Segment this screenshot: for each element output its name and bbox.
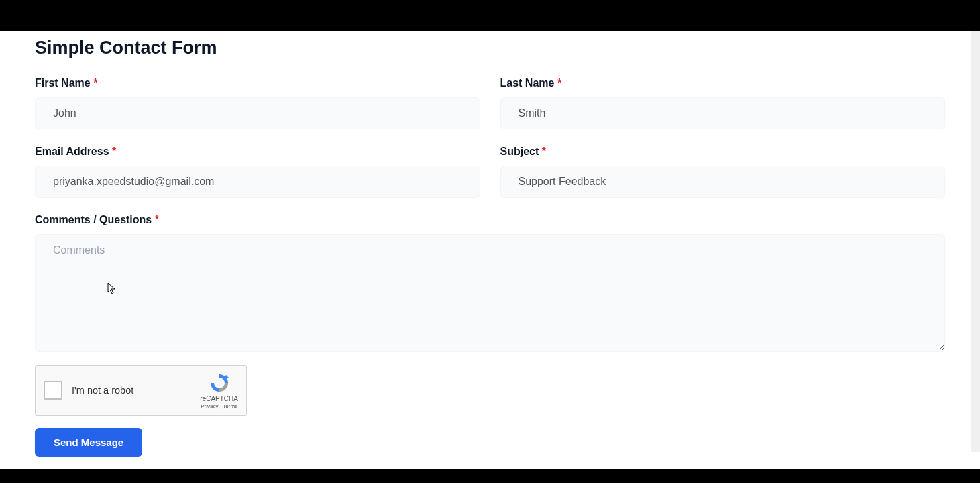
required-mark: *: [112, 146, 116, 157]
form-row-contact: Email Address * Subject *: [35, 146, 945, 198]
recaptcha-checkbox[interactable]: [44, 381, 62, 400]
first-name-input[interactable]: [35, 97, 480, 129]
email-label-text: Email Address: [35, 146, 109, 157]
first-name-label-text: First Name: [35, 77, 91, 89]
comments-label-text: Comments / Questions: [35, 214, 152, 225]
required-mark: *: [93, 77, 97, 89]
recaptcha-icon: [209, 372, 230, 394]
scrollbar[interactable]: [971, 31, 980, 452]
recaptcha-label: I'm not a robot: [72, 385, 200, 396]
send-message-button[interactable]: Send Message: [35, 428, 142, 457]
recaptcha-brand-name: reCAPTCHA: [200, 395, 238, 402]
last-name-input[interactable]: [500, 97, 946, 129]
last-name-label: Last Name *: [500, 77, 946, 89]
comments-group: Comments / Questions *: [35, 214, 945, 354]
recaptcha-terms-link[interactable]: Terms: [223, 403, 237, 409]
submit-row: Send Message: [35, 428, 945, 457]
recaptcha-widget: I'm not a robot reCAPTCHA Privacy - Term…: [35, 365, 247, 416]
page-title: Simple Contact Form: [35, 38, 945, 58]
comments-textarea[interactable]: [35, 234, 945, 352]
required-mark: *: [557, 77, 561, 89]
comments-label: Comments / Questions *: [35, 214, 945, 226]
subject-input[interactable]: [500, 166, 946, 198]
email-input[interactable]: [35, 166, 480, 198]
form-row-name: First Name * Last Name *: [35, 77, 945, 129]
first-name-group: First Name *: [35, 77, 480, 129]
recaptcha-privacy-link[interactable]: Privacy: [201, 403, 218, 409]
subject-label-text: Subject: [500, 146, 539, 157]
subject-label: Subject *: [500, 146, 946, 158]
recaptcha-legal-links: Privacy - Terms: [201, 403, 237, 409]
last-name-group: Last Name *: [500, 77, 946, 129]
recaptcha-branding: reCAPTCHA Privacy - Terms: [200, 372, 238, 409]
last-name-label-text: Last Name: [500, 77, 555, 89]
required-mark: *: [155, 214, 159, 225]
email-group: Email Address *: [35, 146, 480, 198]
email-label: Email Address *: [35, 146, 480, 158]
first-name-label: First Name *: [35, 77, 480, 89]
subject-group: Subject *: [500, 146, 946, 198]
contact-form-page: Simple Contact Form First Name * Last Na…: [0, 31, 980, 469]
required-mark: *: [542, 146, 546, 157]
